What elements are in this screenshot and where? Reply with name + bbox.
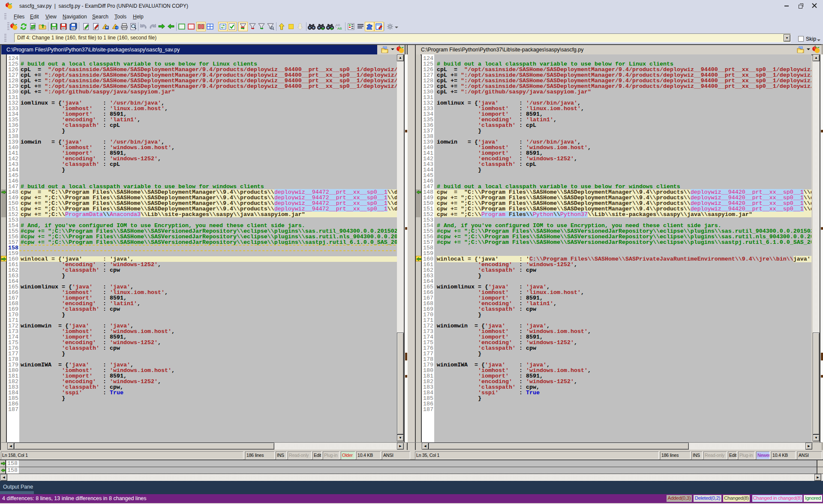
svg-text:AB: AB — [337, 27, 342, 30]
